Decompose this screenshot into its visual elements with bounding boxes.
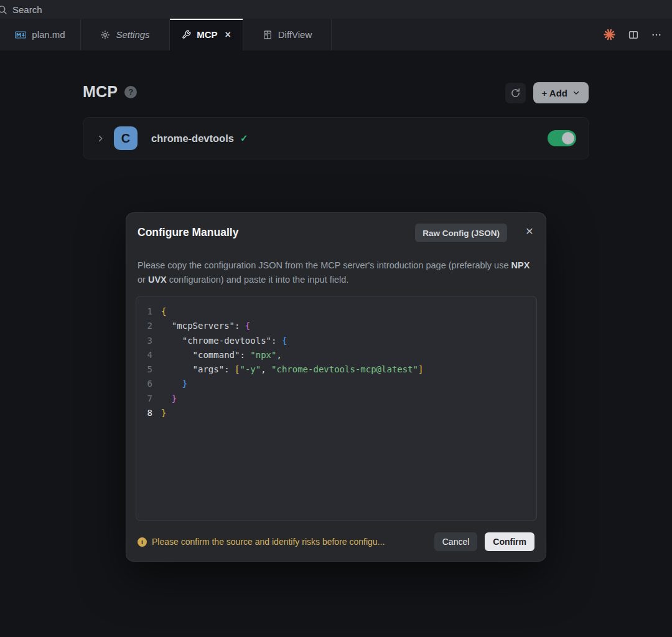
search-icon: [0, 4, 7, 15]
diff-icon: [263, 30, 273, 40]
code-line: 5 "args": ["-y", "chrome-devtools-mcp@la…: [136, 362, 536, 377]
modal-description: Please copy the configuration JSON from …: [138, 258, 533, 287]
chevron-down-icon: [572, 88, 581, 97]
tab-settings[interactable]: Settings: [81, 19, 170, 50]
line-number: 6: [136, 377, 152, 391]
warning-text: Please confirm the source and identify r…: [152, 537, 434, 547]
help-icon[interactable]: ?: [124, 86, 137, 98]
line-number: 5: [136, 362, 152, 377]
raw-config-json-button[interactable]: Raw Config (JSON): [415, 224, 507, 242]
code-line: 1{: [136, 304, 536, 319]
tab-diffview[interactable]: DiffView: [243, 19, 332, 50]
code-line: 7 }: [136, 392, 536, 406]
search-field[interactable]: Search: [0, 4, 42, 15]
server-enabled-toggle[interactable]: [548, 130, 576, 146]
page-header: MCP ?: [83, 83, 137, 101]
code-line: 6 }: [136, 377, 536, 391]
tab-label: Settings: [116, 29, 149, 40]
code-lines: 1{2 "mcpServers": {3 "chrome-devtools": …: [136, 304, 536, 420]
line-number: 7: [136, 392, 152, 406]
line-number: 3: [136, 334, 152, 348]
split-editor-icon[interactable]: [628, 29, 639, 40]
code-line: 4 "command": "npx",: [136, 348, 536, 362]
line-number: 4: [136, 348, 152, 362]
cancel-button[interactable]: Cancel: [434, 532, 478, 551]
more-icon[interactable]: [651, 29, 662, 40]
topbar: Search: [0, 0, 672, 19]
server-name: chrome-devtools: [151, 133, 234, 144]
tab-label: plan.md: [32, 29, 65, 40]
tabbar-actions: [603, 19, 672, 50]
modal-title: Configure Manually: [138, 226, 238, 239]
close-tab-icon[interactable]: ×: [225, 30, 231, 40]
add-button[interactable]: + Add: [533, 82, 589, 103]
markdown-icon: [15, 31, 26, 39]
line-number: 8: [136, 406, 152, 420]
refresh-icon: [510, 88, 521, 98]
line-number: 2: [136, 319, 152, 333]
starburst-icon[interactable]: [603, 28, 616, 41]
confirm-button[interactable]: Confirm: [485, 532, 534, 551]
refresh-button[interactable]: [505, 83, 526, 103]
check-icon: ✓: [240, 133, 248, 144]
page-actions: + Add: [505, 82, 589, 103]
server-avatar: C: [114, 126, 138, 150]
code-line: 8}: [136, 406, 536, 420]
close-icon[interactable]: ×: [526, 224, 533, 237]
tab-plan-md[interactable]: plan.md: [0, 19, 81, 50]
json-config-editor[interactable]: 1{2 "mcpServers": {3 "chrome-devtools": …: [136, 296, 537, 521]
tab-label: MCP: [197, 29, 217, 40]
expand-chevron-icon[interactable]: [96, 134, 105, 143]
line-number: 1: [136, 304, 152, 319]
add-button-label: + Add: [541, 88, 567, 98]
wrench-icon: [182, 30, 191, 39]
code-line: 3 "chrome-devtools": {: [136, 334, 536, 348]
tab-label: DiffView: [278, 29, 312, 40]
server-card[interactable]: C chrome-devtools ✓: [83, 117, 589, 159]
tab-mcp[interactable]: MCP×: [170, 19, 243, 50]
code-line: 2 "mcpServers": {: [136, 319, 536, 333]
toggle-knob: [562, 132, 574, 144]
info-icon: i: [138, 537, 147, 547]
gear-icon: [100, 30, 110, 40]
search-label: Search: [12, 4, 42, 15]
page-title: MCP: [83, 83, 118, 101]
modal-footer: i Please confirm the source and identify…: [138, 532, 534, 551]
tabs-container: plan.mdSettingsMCP×DiffView: [0, 19, 332, 50]
configure-manually-modal: Configure Manually Raw Config (JSON) × P…: [126, 212, 546, 562]
tab-bar: plan.mdSettingsMCP×DiffView: [0, 19, 672, 50]
